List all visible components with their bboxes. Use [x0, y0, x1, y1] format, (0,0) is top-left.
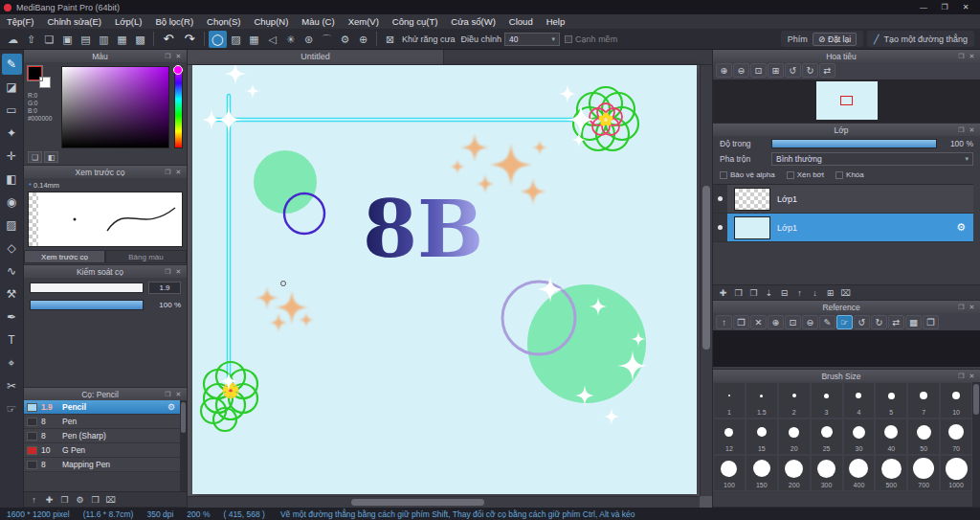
menu-item[interactable]: Bộ lọc(R)	[148, 14, 200, 29]
zoom-in-icon[interactable]: ⊕	[716, 63, 732, 78]
panel-close-icon[interactable]: ✕	[967, 53, 977, 60]
ref-hand-icon[interactable]: ☞	[836, 315, 853, 329]
flip-icon[interactable]: ⇄	[819, 63, 835, 78]
zoom-out-icon[interactable]: ⊖	[733, 63, 749, 78]
scrollbar-thumb[interactable]	[702, 186, 710, 350]
ref-rotate-ccw-icon[interactable]: ↺	[854, 315, 870, 329]
panel-close-icon[interactable]: ✕	[173, 391, 184, 398]
lasso-tool[interactable]: ∿	[2, 260, 22, 282]
new-folder-icon[interactable]: ❒	[731, 288, 746, 298]
panel-popout-icon[interactable]: ❐	[956, 126, 967, 134]
blend-mode-dropdown[interactable]: Bình thường ▾	[771, 152, 973, 166]
brush-tool[interactable]: ✎	[2, 54, 22, 75]
brush-size-scrollbar[interactable]	[972, 382, 980, 507]
panel-close-icon[interactable]: ✕	[173, 53, 184, 60]
scrollbar-thumb[interactable]	[351, 499, 484, 506]
ref-zoom-out-icon[interactable]: ⊖	[802, 315, 818, 329]
brush-size-option[interactable]: 150	[746, 455, 778, 491]
screen-tone-icon[interactable]: ▦	[245, 31, 263, 48]
brush-size-option[interactable]: 100	[713, 455, 746, 491]
saturation-value-picker[interactable]	[61, 66, 169, 148]
hue-slider-handle[interactable]	[173, 65, 183, 75]
panel-popout-icon[interactable]: ❐	[956, 373, 967, 380]
reset-button[interactable]: ⊘ Đặt lại	[813, 33, 857, 46]
add-brush-icon[interactable]: ✚	[42, 495, 56, 505]
color-window-icon[interactable]: ❏	[28, 151, 42, 163]
layer-settings-gear-icon[interactable]: ⚙	[956, 221, 966, 234]
antialias-icon[interactable]: ⊠	[381, 31, 399, 48]
page-icon[interactable]: ▤	[77, 31, 95, 48]
brush-opacity-slider[interactable]	[30, 300, 144, 310]
brush-size-option[interactable]: 15	[746, 418, 778, 455]
brush-size-option[interactable]: 1.5	[746, 382, 778, 418]
brush-size-option[interactable]: 1000	[940, 455, 972, 491]
panel-close-icon[interactable]: ✕	[967, 304, 977, 311]
brush-size-option[interactable]: 5	[875, 382, 907, 418]
menu-item[interactable]: Chụp(N)	[247, 14, 295, 29]
brush-size-option[interactable]: 700	[907, 455, 940, 491]
layer-up-icon[interactable]: ↑	[792, 288, 807, 298]
bucket-tool[interactable]: ◉	[2, 192, 22, 213]
brush-folder-icon[interactable]: ❒	[88, 495, 102, 505]
settings-icon[interactable]: ⚙	[336, 31, 354, 48]
menu-item[interactable]: Help	[540, 14, 572, 29]
brush-size-value[interactable]: 1.9	[148, 282, 181, 294]
brush-size-option[interactable]: 4	[843, 382, 876, 418]
scrollbar-thumb[interactable]	[973, 384, 979, 415]
transform-tool[interactable]: ◧	[2, 169, 22, 190]
panel-popout-icon[interactable]: ❐	[163, 391, 173, 398]
reference-content[interactable]	[713, 330, 980, 367]
menu-item[interactable]: Công cụ(T)	[386, 14, 445, 29]
ref-popout-icon[interactable]: ❐	[923, 315, 939, 329]
brush-shape-circle-icon[interactable]: ◯	[209, 31, 227, 48]
brush-size-option[interactable]: 200	[778, 455, 811, 491]
rotate-cw-icon[interactable]: ↻	[802, 63, 818, 78]
brush-size-option[interactable]: 1	[713, 382, 746, 418]
brush-size-option[interactable]: 70	[940, 418, 972, 455]
gradient-tool[interactable]: ▨	[2, 215, 22, 236]
menu-item[interactable]: Màu (C)	[295, 14, 341, 29]
hue-slider[interactable]	[174, 66, 183, 148]
panel-popout-icon[interactable]: ❐	[163, 53, 173, 60]
pen-tool[interactable]: ✒	[2, 306, 22, 328]
brush-up-icon[interactable]: ↑	[27, 495, 41, 505]
brush-size-option[interactable]: 2	[778, 382, 811, 418]
ref-flip-icon[interactable]: ⇄	[888, 315, 904, 329]
panel-close-icon[interactable]: ✕	[967, 126, 977, 134]
minimize-button[interactable]: —	[913, 3, 934, 11]
brush-size-option[interactable]: 30	[843, 418, 876, 455]
brush-size-option[interactable]: 40	[875, 418, 907, 455]
crosshair-icon[interactable]: ⊕	[354, 31, 372, 48]
menu-item[interactable]: Cửa sổ(W)	[444, 14, 501, 29]
scrollbar-thumb[interactable]	[181, 402, 186, 433]
brush-size-option[interactable]: 500	[875, 455, 907, 491]
menu-item[interactable]: Chọn(S)	[200, 14, 247, 29]
menu-item[interactable]: Chỉnh sửa(E)	[41, 14, 109, 29]
maximize-button[interactable]: ❐	[934, 3, 955, 11]
magic-wand-tool[interactable]: ✦	[2, 123, 22, 144]
brush-settings-gear-icon[interactable]: ⚙	[167, 402, 175, 412]
pages-icon[interactable]: ▥	[95, 31, 113, 48]
layer-visibility-toggle[interactable]	[713, 214, 727, 241]
panel-popout-icon[interactable]: ❐	[163, 268, 173, 276]
gradient-icon[interactable]: ▨	[227, 31, 245, 48]
layer-down-icon[interactable]: ↓	[808, 288, 822, 298]
drawing-canvas[interactable]: 8B	[192, 65, 697, 494]
redo-icon[interactable]: ↷	[179, 31, 200, 48]
navigator-thumbnail[interactable]	[816, 81, 878, 120]
brush-size-option[interactable]: 3	[811, 382, 843, 418]
polygon-icon[interactable]: ◁	[263, 31, 281, 48]
curve-icon[interactable]: ⌒	[318, 31, 336, 48]
tab-color-palette[interactable]: Bảng màu	[105, 250, 187, 263]
text-tool[interactable]: T	[2, 329, 22, 350]
soft-edge-checkbox[interactable]: Cạnh mềm	[565, 34, 617, 44]
zoom-fit-icon[interactable]: ⊡	[750, 63, 767, 78]
burst-icon[interactable]: ⊛	[300, 31, 318, 48]
panel-close-icon[interactable]: ✕	[173, 268, 184, 276]
shape-tool[interactable]: ◇	[2, 237, 22, 259]
ref-clear-icon[interactable]: ✕	[750, 315, 767, 329]
menu-item[interactable]: Xem(V)	[342, 14, 386, 29]
zoom-100-icon[interactable]: ⊞	[768, 63, 784, 78]
menu-item[interactable]: Cloud	[502, 14, 540, 29]
panel-close-icon[interactable]: ✕	[967, 373, 977, 380]
